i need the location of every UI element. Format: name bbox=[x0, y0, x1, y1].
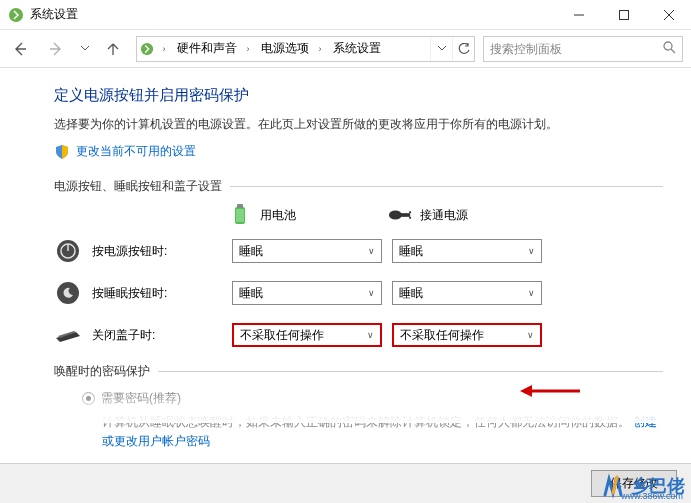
svg-rect-12 bbox=[401, 213, 410, 217]
footer-bar: 保存修改 取消 bbox=[0, 463, 691, 503]
chevron-down-icon bbox=[438, 46, 446, 51]
section-header: 电源按钮、睡眠按钮和盖子设置 bbox=[54, 178, 663, 195]
wake-section-title: 唤醒时的密码保护 bbox=[54, 363, 150, 380]
battery-label: 用电池 bbox=[260, 207, 296, 224]
column-headers: 用电池 接通电源 bbox=[54, 203, 663, 227]
chevron-down-icon bbox=[81, 46, 89, 51]
battery-icon bbox=[228, 203, 252, 227]
window-titlebar: 系统设置 bbox=[0, 0, 691, 30]
address-dropdown[interactable] bbox=[430, 37, 452, 61]
sleep-button-icon bbox=[54, 279, 82, 307]
search-input[interactable] bbox=[490, 42, 659, 56]
change-unavailable-link[interactable]: 更改当前不可用的设置 bbox=[76, 143, 196, 160]
annotation-arrow bbox=[520, 381, 580, 401]
window-controls bbox=[556, 0, 691, 30]
select-value: 不采取任何操作 bbox=[400, 327, 484, 344]
window-title: 系统设置 bbox=[30, 6, 78, 23]
search-icon bbox=[663, 41, 676, 57]
back-button[interactable] bbox=[4, 34, 36, 64]
setting-row-lid-close: 关闭盖子时: 不采取任何操作 ∨ 不采取任何操作 ∨ bbox=[54, 321, 663, 349]
setting-label: 按睡眠按钮时: bbox=[92, 285, 222, 302]
breadcrumb-item[interactable]: 电源选项 bbox=[255, 37, 313, 61]
plug-icon bbox=[388, 203, 412, 227]
setting-row-power-button: 按电源按钮时: 睡眠 ∨ 睡眠 ∨ bbox=[54, 237, 663, 265]
address-icon bbox=[137, 42, 157, 56]
setting-label: 按电源按钮时: bbox=[92, 243, 222, 260]
svg-line-7 bbox=[671, 49, 675, 53]
radio-label: 需要密码(推荐) bbox=[101, 390, 181, 407]
maximize-icon bbox=[619, 10, 629, 20]
setting-label: 关闭盖子时: bbox=[92, 327, 222, 344]
sleep-button-battery-select[interactable]: 睡眠 ∨ bbox=[232, 281, 382, 305]
app-icon bbox=[8, 7, 24, 23]
breadcrumb-item[interactable]: 硬件和声音 bbox=[171, 37, 241, 61]
breadcrumb-separator[interactable]: › bbox=[313, 37, 327, 61]
breadcrumb-item[interactable]: 系统设置 bbox=[327, 37, 385, 61]
history-dropdown[interactable] bbox=[76, 34, 94, 64]
back-arrow-icon bbox=[12, 41, 28, 57]
svg-point-6 bbox=[664, 42, 672, 50]
sleep-button-plugged-select[interactable]: 睡眠 ∨ bbox=[392, 281, 542, 305]
close-button[interactable] bbox=[646, 0, 691, 30]
forward-arrow-icon bbox=[48, 41, 64, 57]
svg-rect-2 bbox=[619, 10, 628, 19]
select-value: 睡眠 bbox=[399, 285, 423, 302]
page-description: 选择要为你的计算机设置的电源设置。在此页上对设置所做的更改将应用于你所有的电源计… bbox=[54, 115, 663, 133]
setting-row-sleep-button: 按睡眠按钮时: 睡眠 ∨ 睡眠 ∨ bbox=[54, 279, 663, 307]
content-pane: 定义电源按钮并启用密码保护 选择要为你的计算机设置的电源设置。在此页上对设置所做… bbox=[0, 68, 691, 463]
svg-rect-13 bbox=[409, 211, 411, 213]
page-heading: 定义电源按钮并启用密码保护 bbox=[54, 86, 663, 105]
power-button-plugged-select[interactable]: 睡眠 ∨ bbox=[392, 239, 542, 263]
minimize-button[interactable] bbox=[556, 0, 601, 30]
radio-description: 计算机从睡眠状态唤醒时，如果未输入正确的密码来解除计算机锁定，任何人都无法访问你… bbox=[54, 413, 663, 451]
address-bar[interactable]: › 硬件和声音 › 电源选项 › 系统设置 bbox=[136, 36, 475, 62]
refresh-button[interactable] bbox=[452, 37, 474, 61]
wake-password-section: 唤醒时的密码保护 需要密码(推荐) 计算机从睡眠状态唤醒时，如果未输入正确的密码… bbox=[54, 363, 663, 451]
search-box[interactable] bbox=[483, 36, 683, 62]
select-value: 睡眠 bbox=[399, 243, 423, 260]
select-value: 睡眠 bbox=[239, 243, 263, 260]
lid-close-plugged-select[interactable]: 不采取任何操作 ∨ bbox=[392, 323, 542, 347]
breadcrumb-separator[interactable]: › bbox=[157, 37, 171, 61]
svg-rect-9 bbox=[237, 204, 243, 208]
select-value: 睡眠 bbox=[239, 285, 263, 302]
chevron-down-icon: ∨ bbox=[368, 288, 375, 298]
shield-icon bbox=[54, 144, 70, 160]
svg-marker-20 bbox=[520, 385, 532, 397]
navigation-bar: › 硬件和声音 › 电源选项 › 系统设置 bbox=[0, 30, 691, 68]
chevron-down-icon: ∨ bbox=[527, 330, 534, 340]
chevron-down-icon: ∨ bbox=[528, 288, 535, 298]
plugged-label: 接通电源 bbox=[420, 207, 468, 224]
lid-close-icon bbox=[54, 321, 82, 349]
section-title: 电源按钮、睡眠按钮和盖子设置 bbox=[54, 178, 222, 195]
breadcrumb-separator[interactable]: › bbox=[241, 37, 255, 61]
svg-point-0 bbox=[9, 8, 23, 22]
close-icon bbox=[664, 10, 674, 20]
chevron-down-icon: ∨ bbox=[367, 330, 374, 340]
refresh-icon bbox=[458, 43, 470, 55]
up-arrow-icon bbox=[105, 41, 121, 57]
svg-point-11 bbox=[389, 210, 402, 219]
svg-point-5 bbox=[141, 42, 153, 54]
minimize-icon bbox=[574, 10, 584, 20]
save-button[interactable]: 保存修改 bbox=[591, 470, 677, 497]
maximize-button[interactable] bbox=[601, 0, 646, 30]
radio-icon bbox=[82, 392, 95, 405]
lid-close-battery-select[interactable]: 不采取任何操作 ∨ bbox=[232, 323, 382, 347]
power-button-battery-select[interactable]: 睡眠 ∨ bbox=[232, 239, 382, 263]
chevron-down-icon: ∨ bbox=[368, 246, 375, 256]
power-button-icon bbox=[54, 237, 82, 265]
up-button[interactable] bbox=[98, 34, 128, 64]
forward-button[interactable] bbox=[40, 34, 72, 64]
svg-rect-10 bbox=[236, 209, 244, 222]
chevron-down-icon: ∨ bbox=[528, 246, 535, 256]
select-value: 不采取任何操作 bbox=[240, 327, 324, 344]
svg-rect-14 bbox=[409, 217, 411, 219]
